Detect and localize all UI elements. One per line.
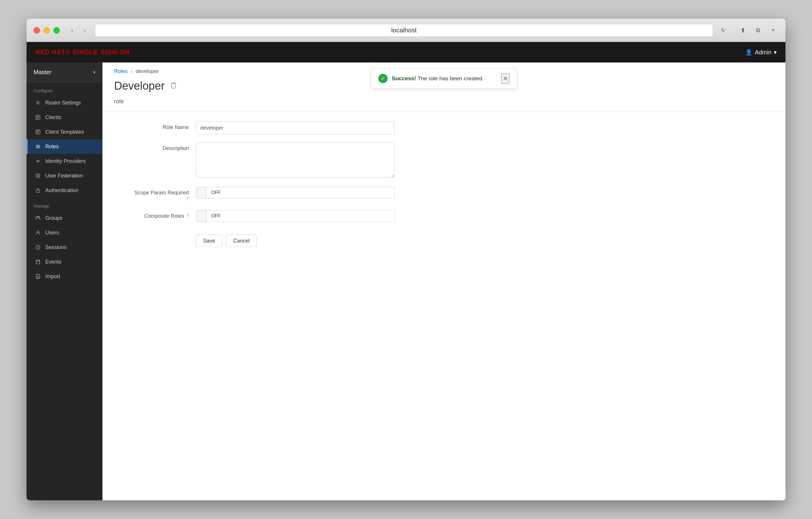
sidebar-item-realm-settings[interactable]: Realm Settings	[27, 95, 103, 110]
content-area: ✓ Success! The role has been created. ✕ …	[103, 62, 785, 500]
role-name-input[interactable]	[196, 121, 394, 134]
scope-param-label: Scope Param Required	[134, 190, 189, 196]
description-input[interactable]	[196, 142, 394, 177]
app-header: RED HAT® SINGLE SIGN-ON 👤 Admin ▾	[27, 42, 785, 62]
sidebar-item-user-federation[interactable]: User Federation	[27, 168, 103, 183]
role-form: Role Name Description	[103, 112, 785, 259]
sidebar-item-import[interactable]: Import	[27, 269, 103, 284]
composite-roles-label: Composite Roles	[144, 213, 184, 219]
browser-titlebar: ‹ › localhost ↻ ⬆ ⧉ +	[27, 19, 785, 42]
sidebar-item-clients[interactable]: Clients	[27, 110, 103, 125]
composite-roles-value: OFF	[207, 213, 225, 219]
brand-text: RED HAT® SINGLE SIGN-ON	[35, 49, 130, 56]
forward-button[interactable]: ›	[80, 25, 90, 36]
sidebar: Master ▾ Configure Realm Settings Client…	[27, 62, 103, 500]
realm-selector[interactable]: Master ▾	[27, 62, 103, 82]
groups-icon	[35, 215, 41, 221]
admin-menu[interactable]: 👤 Admin ▾	[745, 49, 777, 56]
configure-section-label: Configure	[27, 82, 103, 95]
sessions-icon	[35, 244, 41, 251]
form-actions: Save Cancel	[196, 230, 394, 259]
sidebar-item-groups[interactable]: Groups	[27, 211, 103, 225]
sidebar-item-authentication[interactable]: Authentication	[27, 183, 103, 198]
realm-settings-icon	[35, 99, 41, 106]
sidebar-item-label: Roles	[45, 144, 59, 150]
sidebar-item-roles[interactable]: Roles	[27, 139, 103, 154]
page-title: Developer	[114, 80, 165, 92]
admin-chevron-icon: ▾	[774, 49, 777, 56]
scope-param-help-icon[interactable]: ?	[186, 196, 189, 202]
svg-point-6	[36, 216, 38, 218]
sidebar-item-users[interactable]: Users	[27, 225, 103, 240]
notification-text: Success! The role has been created.	[392, 75, 484, 82]
role-name-label: Role Name	[114, 121, 196, 131]
description-label: Description	[114, 142, 196, 151]
scope-param-control: OFF	[196, 187, 394, 199]
maximize-dot[interactable]	[53, 27, 60, 34]
svg-point-7	[38, 216, 40, 218]
browser-dots	[34, 27, 60, 34]
role-name-control	[196, 121, 394, 134]
sidebar-item-events[interactable]: Events	[27, 255, 103, 269]
svg-rect-10	[36, 260, 40, 264]
url-text: localhost	[392, 27, 417, 34]
save-button[interactable]: Save	[196, 235, 223, 247]
svg-point-4	[37, 175, 39, 177]
delete-button[interactable]	[169, 81, 177, 91]
svg-point-0	[37, 102, 39, 104]
nav-buttons: ‹ ›	[67, 25, 90, 36]
scope-param-value: OFF	[207, 190, 225, 195]
composite-roles-row: Composite Roles ? OFF	[114, 210, 774, 222]
sidebar-item-client-templates[interactable]: Client Templates	[27, 125, 103, 139]
back-button[interactable]: ‹	[67, 25, 77, 36]
brand-logo: RED HAT® SINGLE SIGN-ON	[35, 49, 130, 56]
description-control	[196, 142, 394, 179]
admin-label: Admin	[755, 49, 772, 56]
share-button[interactable]: ⬆	[737, 25, 748, 36]
svg-point-8	[37, 231, 39, 233]
clients-icon	[35, 114, 41, 120]
sidebar-item-label: Users	[45, 230, 59, 236]
section-label: role	[103, 98, 785, 112]
new-tab-button[interactable]: +	[768, 25, 778, 36]
realm-name: Master	[34, 69, 51, 76]
role-name-row: Role Name	[114, 121, 774, 134]
reload-button[interactable]: ↻	[718, 25, 728, 36]
notification-close-button[interactable]: ✕	[501, 73, 510, 84]
description-row: Description	[114, 142, 774, 179]
cancel-button[interactable]: Cancel	[226, 235, 257, 247]
sidebar-item-label: Realm Settings	[45, 100, 81, 106]
main-area: Master ▾ Configure Realm Settings Client…	[27, 62, 785, 500]
user-federation-icon	[35, 173, 41, 179]
sidebar-item-sessions[interactable]: Sessions	[27, 240, 103, 255]
scope-param-row: Scope Param Required ? OFF	[114, 187, 774, 202]
scope-param-toggle[interactable]: OFF	[196, 187, 394, 199]
url-bar[interactable]: localhost	[95, 24, 713, 37]
success-notification: ✓ Success! The role has been created. ✕	[371, 68, 517, 89]
breadcrumb-roles-link[interactable]: Roles	[114, 68, 127, 75]
composite-roles-help-icon[interactable]: ?	[186, 213, 189, 219]
roles-icon	[35, 143, 41, 150]
sidebar-item-identity-providers[interactable]: Identity Providers	[27, 154, 103, 168]
import-icon	[35, 273, 41, 280]
manage-section-label: Manage	[27, 198, 103, 211]
minimize-dot[interactable]	[44, 27, 50, 34]
composite-roles-toggle[interactable]: OFF	[196, 210, 394, 222]
tab-button[interactable]: ⧉	[753, 25, 763, 36]
sidebar-item-label: Clients	[45, 114, 61, 120]
identity-providers-icon	[35, 158, 41, 164]
breadcrumb-current: developer	[136, 68, 159, 75]
sidebar-item-label: Identity Providers	[45, 158, 86, 164]
browser-actions: ⬆ ⧉ +	[737, 25, 778, 36]
composite-roles-control: OFF	[196, 210, 394, 222]
users-icon	[35, 229, 41, 236]
notification-success-label: Success!	[392, 75, 416, 81]
success-check-icon: ✓	[378, 74, 387, 83]
authentication-icon	[35, 187, 41, 194]
sidebar-item-label: User Federation	[45, 173, 83, 179]
close-dot[interactable]	[34, 27, 40, 34]
svg-point-3	[36, 174, 40, 178]
svg-rect-5	[36, 190, 40, 192]
sidebar-item-label: Sessions	[45, 244, 66, 251]
sidebar-item-label: Events	[45, 259, 61, 265]
